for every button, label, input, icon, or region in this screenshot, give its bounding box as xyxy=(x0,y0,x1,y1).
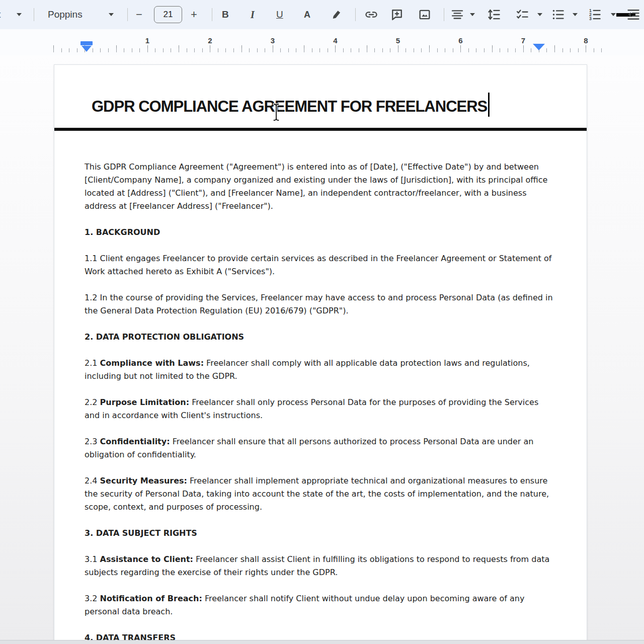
toolbar: t Poppins − 21 + B I U A xyxy=(0,0,644,29)
checklist-dropdown[interactable] xyxy=(537,0,542,29)
doc-paragraph[interactable]: 2.2 Purpose Limitation: Freelancer shall… xyxy=(85,396,556,422)
svg-text:3: 3 xyxy=(589,16,592,21)
first-line-indent-marker[interactable] xyxy=(80,41,93,45)
paragraph-style-label: t xyxy=(0,9,1,20)
checklist-icon xyxy=(515,8,529,22)
add-comment-button[interactable] xyxy=(390,0,404,29)
ruler-number: 7 xyxy=(521,36,525,45)
align-dropdown[interactable] xyxy=(470,0,475,29)
insert-link-button[interactable] xyxy=(364,0,378,29)
toolbar-divider xyxy=(127,8,128,21)
bold-icon: B xyxy=(222,9,229,20)
chevron-down-icon xyxy=(17,13,22,16)
link-icon xyxy=(364,8,378,22)
insert-image-icon xyxy=(418,8,432,22)
ruler-number: 4 xyxy=(333,36,337,45)
italic-button[interactable]: I xyxy=(251,0,255,29)
chevron-down-icon xyxy=(470,13,475,16)
decrease-font-size-button[interactable]: − xyxy=(136,0,142,29)
toolbar-divider xyxy=(212,8,212,21)
doc-paragraph[interactable]: 2.4 Security Measures: Freelancer shall … xyxy=(85,474,556,514)
bullet-list-button[interactable] xyxy=(551,0,565,29)
decrease-indent-icon xyxy=(626,8,640,22)
minus-icon: − xyxy=(136,8,142,21)
ruler-number: 3 xyxy=(271,36,275,45)
horizontal-ruler: 12345678 xyxy=(0,29,644,55)
numbered-list-button[interactable]: 1 2 3 xyxy=(588,0,602,29)
doc-paragraph[interactable]: 1.1 Client engages Freelancer to provide… xyxy=(85,252,556,278)
right-indent-marker[interactable] xyxy=(533,44,545,50)
ruler-ticks-minor xyxy=(53,48,604,52)
toolbar-divider xyxy=(444,8,444,21)
doc-paragraph[interactable]: This GDPR Compliance Agreement ("Agreeme… xyxy=(85,160,556,213)
underline-button[interactable]: U xyxy=(276,0,283,29)
plus-icon: + xyxy=(191,8,197,21)
bold-button[interactable]: B xyxy=(222,0,229,29)
paragraph-style-button[interactable]: t xyxy=(0,0,1,29)
align-button[interactable] xyxy=(450,0,464,29)
align-icon xyxy=(450,8,464,22)
font-size-input[interactable]: 21 xyxy=(154,6,182,23)
font-family-button[interactable]: Poppins xyxy=(48,0,83,29)
insert-image-button[interactable] xyxy=(418,0,432,29)
i-beam-pointer xyxy=(272,103,280,122)
bullet-list-icon xyxy=(551,8,565,22)
document-canvas: GDPR COMPLIANCE AGREEMENT FOR FREELANCER… xyxy=(0,55,644,644)
highlight-icon xyxy=(330,8,344,22)
ruler-number: 5 xyxy=(396,36,400,45)
font-family-dropdown[interactable] xyxy=(109,0,114,29)
ruler-number: 8 xyxy=(584,36,588,45)
doc-paragraph[interactable]: 2.1 Compliance with Laws: Freelancer sha… xyxy=(85,357,556,383)
doc-title[interactable]: GDPR COMPLIANCE AGREEMENT FOR FREELANCER… xyxy=(92,98,487,115)
line-spacing-icon xyxy=(487,8,501,22)
add-comment-icon xyxy=(390,8,404,22)
chevron-down-icon xyxy=(537,13,542,16)
doc-heading[interactable]: 2. DATA PROTECTION OBLIGATIONS xyxy=(85,331,556,344)
ruler-number: 6 xyxy=(458,36,462,45)
doc-paragraph[interactable]: 3.2 Notification of Breach: Freelancer s… xyxy=(85,592,556,618)
ruler-number: 1 xyxy=(145,36,149,45)
viewport-bottom-edge xyxy=(0,640,644,644)
doc-body[interactable]: This GDPR Compliance Agreement ("Agreeme… xyxy=(54,131,587,644)
text-color-icon: A xyxy=(304,10,310,20)
doc-title-block[interactable]: GDPR COMPLIANCE AGREEMENT FOR FREELANCER… xyxy=(54,65,587,131)
left-indent-marker[interactable] xyxy=(82,46,92,52)
bullet-list-dropdown[interactable] xyxy=(573,0,578,29)
chevron-down-icon xyxy=(573,13,578,16)
numbered-list-dropdown[interactable] xyxy=(611,0,616,29)
chevron-down-icon xyxy=(611,13,616,16)
line-spacing-button[interactable] xyxy=(487,0,501,29)
doc-paragraph[interactable]: 1.2 In the course of providing the Servi… xyxy=(85,291,556,317)
highlight-button[interactable] xyxy=(330,0,344,29)
doc-paragraph[interactable]: 3.1 Assistance to Client: Freelancer sha… xyxy=(85,553,556,579)
toolbar-divider xyxy=(355,8,356,21)
doc-paragraph[interactable]: 2.3 Confidentiality: Freelancer shall en… xyxy=(85,435,556,461)
chevron-down-icon xyxy=(109,13,114,16)
paragraph-style-dropdown[interactable] xyxy=(17,0,22,29)
text-caret xyxy=(488,93,490,117)
font-family-label: Poppins xyxy=(48,9,83,20)
increase-font-size-button[interactable]: + xyxy=(191,0,197,29)
font-size-value: 21 xyxy=(164,10,173,20)
italic-icon: I xyxy=(251,9,255,21)
numbered-list-icon: 1 2 3 xyxy=(588,8,602,22)
toolbar-divider xyxy=(34,8,34,21)
ruler-number: 2 xyxy=(208,36,212,45)
checklist-button[interactable] xyxy=(515,0,529,29)
document-page[interactable]: GDPR COMPLIANCE AGREEMENT FOR FREELANCER… xyxy=(54,64,587,643)
doc-heading[interactable]: 1. BACKGROUND xyxy=(85,226,556,239)
doc-heading[interactable]: 3. DATA SUBJECT RIGHTS xyxy=(85,527,556,540)
decrease-indent-button[interactable] xyxy=(626,0,640,29)
underline-icon: U xyxy=(276,9,283,20)
